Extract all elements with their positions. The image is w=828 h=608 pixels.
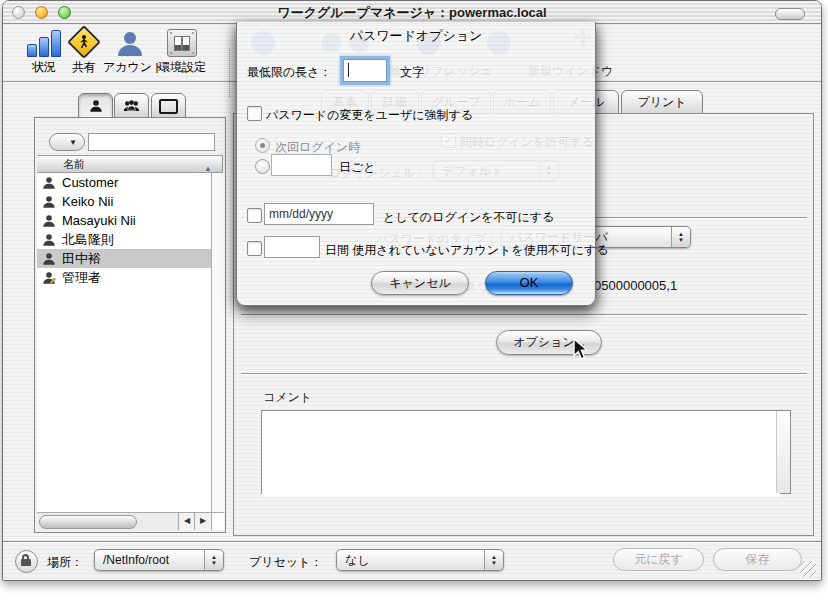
mouse-cursor [572,338,590,366]
min-length-input[interactable] [343,59,387,82]
window-title: ワークグループマネージャ：powermac.local [3,4,821,22]
tab-print[interactable]: プリント [621,90,703,114]
interval-days-input[interactable] [271,154,332,176]
list-item[interactable]: Keiko Nii [37,192,211,211]
preferences-icon [153,27,211,57]
inactive-days-input[interactable] [264,236,320,258]
interval-radio[interactable] [255,159,270,174]
toolbar-item-preferences[interactable]: 環境設定 [153,27,211,76]
resize-grip[interactable] [800,561,816,577]
user-icon [42,214,56,228]
toolbar-item-label: 共有 [63,59,105,76]
list-item[interactable]: 北島隆則 [37,230,211,249]
toolbar-item-accounts[interactable]: アカウント [103,27,157,76]
workgroup-manager-window: ワークグループマネージャ：powermac.local 状況 共有 [2,0,822,581]
disable-inactive-checkbox[interactable] [247,241,262,256]
force-change-checkbox[interactable] [247,106,262,121]
list-item[interactable]: Masayuki Nii [37,211,211,230]
chevron-down-icon: ▼ [69,138,77,147]
search-input[interactable] [88,133,215,151]
toolbar-item-label: 状況 [23,59,65,76]
user-tab-icon [89,99,103,113]
save-button[interactable]: 保存 [713,548,802,571]
stepper-arrows-icon: ▲▼ [204,550,223,570]
bar-chart-icon [23,27,65,57]
sidebar-tab-computers[interactable] [151,93,186,119]
min-length-label: 最低限の長さ： [247,64,332,81]
toolbar-item-sharing[interactable]: 共有 [63,27,105,76]
preset-popup[interactable]: なし ▲▼ [336,549,504,571]
list-item[interactable]: 管理者 [37,268,211,287]
min-length-unit: 文字 [400,64,424,81]
password-id-value: 0500000005,1 [594,278,677,293]
comment-label: コメント [263,389,312,406]
scrollbar-corner [211,512,224,530]
scroll-left-arrow[interactable]: ◀ [178,513,195,530]
comment-scrollbar[interactable] [776,411,790,493]
user-icon [42,195,56,209]
preset-label: プリセット： [249,554,322,571]
title-bar[interactable]: ワークグループマネージャ：powermac.local [3,1,821,24]
comment-textarea[interactable] [262,411,780,497]
person-icon [103,27,157,57]
toolbar-item-label: アカウント [103,59,157,76]
stepper-arrows-icon: ▲▼ [671,227,690,247]
lock-button[interactable] [15,550,38,573]
interval-suffix-label: 日ごと [339,159,376,176]
list-item-selected[interactable]: 田中裕 [37,249,211,268]
location-label: 場所： [47,554,83,571]
scrollbar-thumb[interactable] [39,515,137,529]
vertical-scrollbar[interactable] [211,173,225,512]
admin-user-icon [42,271,56,285]
disable-date-input[interactable] [264,203,374,225]
group-tab-icon [123,99,140,113]
toolbar-item-label: 環境設定 [153,59,211,76]
scroll-right-arrow[interactable]: ▶ [194,513,211,530]
toolbar-divider [229,49,230,97]
toolbar-toggle-button[interactable] [775,8,805,20]
list-header-name[interactable]: 名前 ▲ [37,155,223,173]
search-scope-dropdown[interactable]: ▼ [49,133,85,151]
disable-date-suffix-label: としてのログインを不可にする [383,209,554,226]
text-caret [348,63,349,77]
sidebar-tab-groups[interactable] [114,93,149,119]
stepper-arrows-icon: ▲▼ [484,550,503,570]
divider [241,314,807,315]
password-options-dialog: パスワードオプション 最低限の長さ： 文字 パスワードの変更をユーザに強制する … [236,22,596,306]
revert-button[interactable]: 元に戻す [613,548,704,571]
horizontal-scrollbar[interactable]: ◀ ▶ [37,512,211,530]
list-item[interactable]: Customer [37,173,211,192]
toolbar-item-status[interactable]: 状況 [23,27,65,76]
bottom-bar: 場所： /NetInfo/root ▲▼ プリセット： なし ▲▼ 元に戻す 保… [3,541,821,580]
user-icon [42,252,56,266]
accounts-list: Customer Keiko Nii Masayuki Nii 北島隆則 田中裕 [37,173,211,512]
sidebar-tab-users[interactable] [78,93,113,119]
disable-inactive-suffix-label: 日間 使用されていないアカウントを使用不可にする [325,242,609,259]
user-icon [42,176,56,190]
pedestrian-sign-icon [63,27,105,57]
accounts-sidebar: ▼ 名前 ▲ Customer Keiko Nii Masayuki Nii 北… [34,117,226,533]
dialog-title: パスワードオプション [237,27,595,45]
divider [241,373,807,374]
next-login-radio[interactable] [255,138,270,153]
ok-button[interactable]: OK [485,271,573,295]
screen: ワークグループマネージャ：powermac.local 状況 共有 [0,0,828,608]
user-icon [42,233,56,247]
cancel-button[interactable]: キャンセル [371,271,469,295]
comment-field-frame [261,410,791,494]
computer-tab-icon [159,99,178,114]
disable-date-checkbox[interactable] [247,208,262,223]
force-change-label: パスワードの変更をユーザに強制する [266,107,473,124]
location-popup[interactable]: /NetInfo/root ▲▼ [94,549,224,571]
